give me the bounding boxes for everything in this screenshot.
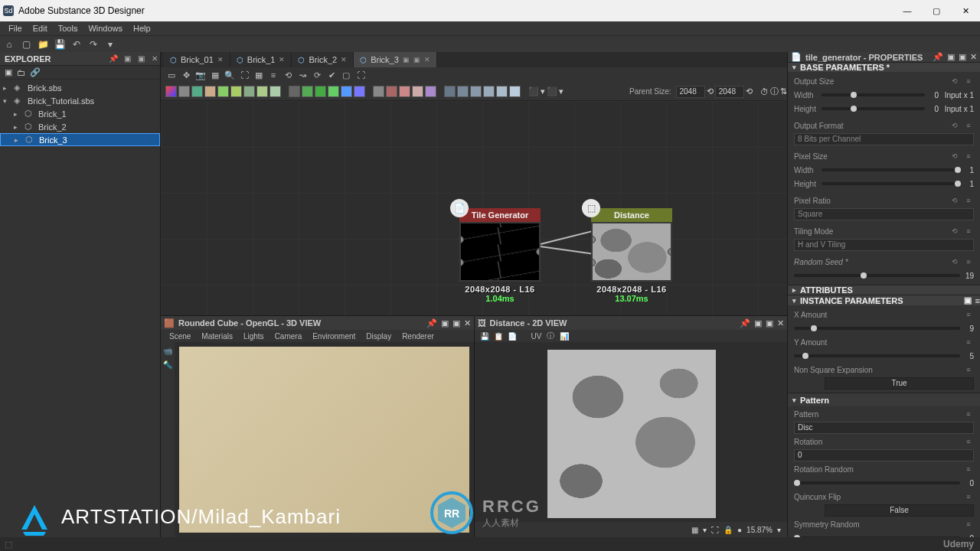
- copy-icon[interactable]: 📋: [493, 331, 504, 341]
- align-icon[interactable]: ≡: [267, 69, 279, 81]
- swatch-icon[interactable]: [496, 86, 508, 97]
- home-icon[interactable]: ⌂: [3, 38, 15, 51]
- tab-option-icon[interactable]: ▣: [403, 56, 410, 64]
- menu-icon[interactable]: ≡: [963, 465, 974, 473]
- swatch-icon[interactable]: [399, 86, 410, 97]
- swatch-icon[interactable]: [425, 86, 436, 97]
- input-port[interactable]: [591, 236, 596, 243]
- view3d-menu-display[interactable]: Display: [362, 332, 395, 341]
- subsection-pattern[interactable]: ▾ Pattern: [788, 393, 980, 406]
- viewer-close-icon[interactable]: ✕: [464, 318, 471, 328]
- tiling-mode-select[interactable]: H and V Tiling: [794, 239, 974, 251]
- link-icon[interactable]: ⟲: [949, 258, 960, 266]
- undo-icon[interactable]: ↶: [70, 38, 83, 51]
- x-amount-slider[interactable]: [794, 327, 960, 330]
- frame-icon[interactable]: ▢: [340, 69, 352, 81]
- pattern-select[interactable]: Disc: [794, 422, 974, 434]
- tab-brick01[interactable]: ⬡Brick_01✕: [164, 52, 230, 67]
- fit-icon[interactable]: ⛶: [711, 526, 719, 534]
- properties-close-icon[interactable]: ✕: [970, 52, 977, 62]
- menu-icon[interactable]: ≡: [963, 520, 974, 528]
- save-icon[interactable]: 💾: [54, 38, 66, 51]
- swatch-icon[interactable]: [243, 86, 255, 97]
- menu-icon[interactable]: ≡: [963, 152, 974, 160]
- panel-icon[interactable]: ▣: [766, 318, 773, 328]
- view3d-menu-environment[interactable]: Environment: [309, 332, 359, 341]
- viewer-2d-canvas[interactable]: [475, 342, 788, 522]
- light-mode-icon[interactable]: 🔦: [162, 359, 173, 370]
- panel-icon[interactable]: ▣: [959, 52, 966, 62]
- path-icon[interactable]: ↝: [296, 69, 309, 81]
- link-icon[interactable]: ⟲: [949, 197, 960, 204]
- snap-icon[interactable]: ▦: [253, 69, 265, 81]
- swatch-icon[interactable]: [483, 86, 495, 97]
- tab-option2-icon[interactable]: ▣: [413, 56, 420, 64]
- panel-icon2[interactable]: ▣: [136, 54, 146, 64]
- menu-icon[interactable]: ≡: [963, 493, 974, 500]
- channel-icon[interactable]: ▾: [703, 526, 707, 534]
- quincunx-toggle[interactable]: False: [825, 504, 974, 517]
- tab-brick1[interactable]: ⬡Brick_1✕: [230, 52, 292, 67]
- close-tab-icon[interactable]: ✕: [217, 56, 224, 64]
- swatch-icon[interactable]: [178, 86, 190, 97]
- timing-icon[interactable]: ⏱: [760, 87, 769, 96]
- info-icon[interactable]: ⓘ: [770, 86, 779, 97]
- dropdown-icon[interactable]: ▾: [104, 38, 116, 51]
- pin-icon[interactable]: 📌: [933, 52, 943, 62]
- ps-width-slider[interactable]: [822, 168, 960, 171]
- swatch-icon[interactable]: [302, 86, 313, 97]
- swatch-icon[interactable]: [341, 86, 352, 97]
- refresh-icon[interactable]: ⟳: [311, 69, 323, 81]
- input-port[interactable]: [459, 259, 464, 266]
- menu-icon[interactable]: ≡: [963, 410, 974, 418]
- output-port[interactable]: [536, 248, 541, 256]
- view3d-menu-renderer[interactable]: Renderer: [398, 332, 438, 341]
- camera-icon[interactable]: 📷: [194, 69, 207, 81]
- viewer-3d-canvas[interactable]: [175, 342, 474, 537]
- rotation-random-slider[interactable]: [794, 481, 960, 484]
- link-icon[interactable]: ⟲: [282, 69, 294, 81]
- graph-canvas[interactable]: 📄 Tile Generator 2048x2048 - L16 1.04ms …: [161, 101, 787, 315]
- swatch-icon[interactable]: [191, 86, 203, 97]
- grid-icon[interactable]: ▦: [209, 69, 221, 81]
- info-icon[interactable]: ⓘ: [545, 331, 556, 341]
- viewer-close-icon[interactable]: ✕: [777, 318, 784, 328]
- paste-icon[interactable]: 📄: [507, 331, 518, 341]
- output-port[interactable]: [668, 248, 672, 256]
- menu-help[interactable]: Help: [128, 24, 156, 33]
- random-seed-slider[interactable]: [794, 274, 960, 277]
- menu-icon[interactable]: ≡: [963, 438, 974, 445]
- swatch-icon[interactable]: [457, 86, 469, 97]
- refresh-icon[interactable]: ⟲: [707, 86, 714, 96]
- swatch-icon[interactable]: [386, 86, 397, 97]
- menu-icon[interactable]: ≡: [963, 258, 974, 266]
- parent-size-dropdown[interactable]: 2048: [676, 86, 705, 98]
- toggle-icon[interactable]: ▾: [559, 86, 564, 96]
- width-slider[interactable]: [822, 93, 925, 96]
- link-icon[interactable]: 🔗: [30, 67, 41, 77]
- view3d-menu-scene[interactable]: Scene: [165, 332, 194, 341]
- lock-icon[interactable]: 🔒: [724, 526, 733, 534]
- input-port[interactable]: [459, 236, 464, 243]
- swatch-icon[interactable]: [444, 86, 456, 97]
- swatch-icon[interactable]: [230, 86, 242, 97]
- menu-icon[interactable]: ≡: [963, 311, 974, 318]
- move-icon[interactable]: ✥: [180, 69, 192, 81]
- menu-edit[interactable]: Edit: [28, 24, 53, 33]
- height-slider[interactable]: [822, 107, 925, 110]
- close-tab-icon[interactable]: ✕: [279, 56, 285, 64]
- panel-icon[interactable]: ▣: [441, 318, 449, 328]
- swatch-icon[interactable]: [204, 86, 216, 97]
- view3d-menu-camera[interactable]: Camera: [271, 332, 306, 341]
- close-tab-icon[interactable]: ✕: [341, 56, 347, 64]
- grid-icon[interactable]: ▦: [691, 526, 698, 534]
- camera-mode-icon[interactable]: 📹: [162, 345, 173, 356]
- output-format-select[interactable]: 8 Bits per Channel: [794, 133, 974, 145]
- pin-icon[interactable]: 📌: [108, 54, 119, 64]
- pin-icon[interactable]: 📌: [740, 318, 750, 328]
- new-icon[interactable]: ▢: [20, 38, 32, 51]
- menu-icon[interactable]: ≡: [963, 338, 974, 346]
- tab-brick2[interactable]: ⬡Brick_2✕: [292, 52, 354, 67]
- folder-icon[interactable]: 🗀: [17, 68, 25, 77]
- uv-icon[interactable]: UV: [531, 331, 542, 341]
